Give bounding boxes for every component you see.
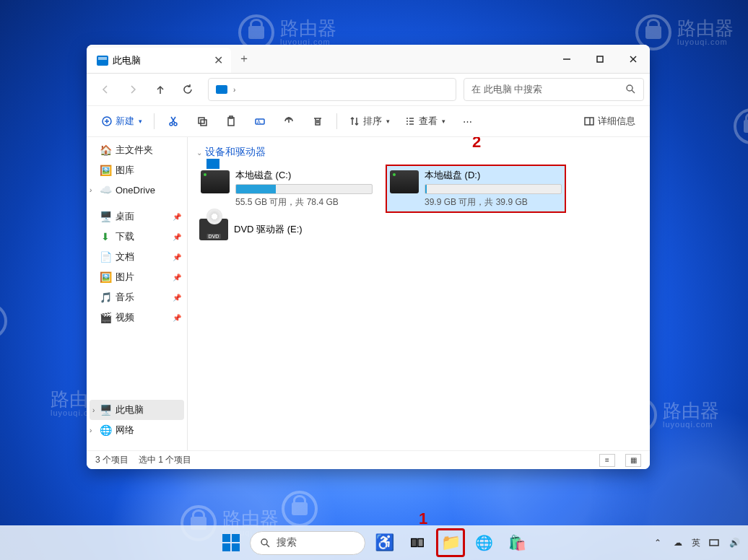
tab-title: 此电脑 bbox=[113, 54, 206, 67]
sidebar-videos[interactable]: 🎬视频📌 bbox=[87, 307, 187, 328]
sidebar-pictures[interactable]: 🖼️图片📌 bbox=[87, 267, 187, 287]
start-button[interactable] bbox=[217, 528, 245, 557]
status-selected-count: 选中 1 个项目 bbox=[139, 454, 191, 466]
drive-c[interactable]: 本地磁盘 (C:) 55.5 GB 可用，共 78.4 GB bbox=[196, 165, 377, 213]
accessibility-icon[interactable]: ♿ bbox=[370, 528, 399, 557]
delete-button[interactable] bbox=[305, 110, 331, 133]
sort-button[interactable]: 排序▾ bbox=[343, 110, 396, 133]
sidebar-gallery[interactable]: 🖼️图库 bbox=[87, 160, 187, 180]
dvd-icon bbox=[199, 219, 228, 240]
sidebar-this-pc[interactable]: ›🖥️此电脑 bbox=[90, 400, 184, 420]
this-pc-icon: 🖥️ bbox=[100, 404, 111, 416]
pictures-icon: 🖼️ bbox=[100, 271, 111, 283]
tray-chevron-icon[interactable]: ⌃ bbox=[651, 536, 664, 549]
new-tab-button[interactable]: ＋ bbox=[231, 45, 257, 73]
statusbar: 3 个项目 选中 1 个项目 ≡ ▦ bbox=[87, 450, 650, 469]
drive-d-usage-bar bbox=[425, 184, 562, 194]
back-button[interactable] bbox=[92, 76, 118, 102]
svg-line-6 bbox=[632, 90, 635, 93]
desktop-icon: 🖥️ bbox=[100, 211, 111, 222]
file-explorer-taskbar-button[interactable]: 📁 bbox=[436, 528, 465, 557]
taskbar: 1 搜索 ♿ 📁 🌐 🛍️ ⌃ ☁ 英 🔊 bbox=[0, 525, 748, 560]
documents-icon: 📄 bbox=[100, 251, 111, 263]
drive-d-name: 本地磁盘 (D:) bbox=[425, 169, 562, 182]
ime-indicator[interactable]: 英 bbox=[692, 537, 700, 549]
home-icon: 🏠 bbox=[100, 144, 111, 156]
view-button[interactable]: 查看▾ bbox=[399, 110, 451, 133]
share-button[interactable] bbox=[276, 110, 302, 133]
svg-rect-15 bbox=[201, 120, 206, 126]
taskbar-search[interactable]: 搜索 bbox=[250, 531, 365, 555]
sidebar-onedrive[interactable]: ›☁️OneDrive bbox=[87, 180, 187, 199]
sidebar-downloads[interactable]: ⬇下载📌 bbox=[87, 227, 187, 247]
more-button[interactable]: ⋯ bbox=[454, 110, 480, 133]
svg-point-10 bbox=[170, 123, 173, 126]
edge-taskbar-button[interactable]: 🌐 bbox=[469, 528, 498, 557]
music-icon: 🎵 bbox=[100, 292, 111, 303]
file-explorer-window: 此电脑 ✕ ＋ › 在 此电脑 中搜索 新建▾ A bbox=[87, 45, 650, 469]
details-pane-button[interactable]: 详细信息 bbox=[578, 110, 641, 133]
paste-button[interactable] bbox=[218, 110, 244, 133]
pin-icon: 📌 bbox=[173, 213, 181, 221]
svg-line-34 bbox=[266, 544, 269, 547]
cut-button[interactable] bbox=[160, 110, 186, 133]
svg-rect-37 bbox=[710, 540, 718, 546]
drive-icon bbox=[390, 170, 419, 193]
drive-icon bbox=[201, 170, 230, 193]
network-tray-icon[interactable] bbox=[708, 536, 721, 549]
svg-point-11 bbox=[174, 123, 177, 126]
refresh-button[interactable] bbox=[175, 76, 201, 102]
svg-rect-35 bbox=[412, 539, 417, 547]
status-item-count: 3 个项目 bbox=[95, 454, 129, 466]
drive-dvd[interactable]: DVD 驱动器 (E:) bbox=[196, 213, 377, 246]
sidebar-home[interactable]: 🏠主文件夹 bbox=[87, 140, 187, 160]
svg-rect-1 bbox=[597, 56, 603, 62]
this-pc-icon bbox=[97, 56, 108, 66]
drive-c-usage-bar bbox=[235, 184, 373, 194]
drive-c-name: 本地磁盘 (C:) bbox=[235, 169, 373, 182]
sidebar-desktop[interactable]: 🖥️桌面📌 bbox=[87, 206, 187, 227]
chevron-down-icon: ⌄ bbox=[196, 149, 202, 157]
new-button[interactable]: 新建▾ bbox=[95, 110, 148, 133]
drive-d[interactable]: 本地磁盘 (D:) 39.9 GB 可用，共 39.9 GB bbox=[386, 165, 566, 213]
copy-button[interactable] bbox=[189, 110, 215, 133]
up-button[interactable] bbox=[147, 76, 173, 102]
chevron-right-icon: › bbox=[233, 86, 235, 94]
address-bar[interactable]: › bbox=[208, 78, 456, 101]
annotation-2: 2 bbox=[472, 137, 481, 152]
section-devices[interactable]: ⌄设备和驱动器 bbox=[196, 143, 641, 165]
tab-this-pc[interactable]: 此电脑 ✕ bbox=[87, 48, 231, 73]
titlebar[interactable]: 此电脑 ✕ ＋ bbox=[87, 45, 650, 74]
search-input[interactable]: 在 此电脑 中搜索 bbox=[464, 78, 644, 101]
forward-button[interactable] bbox=[120, 76, 146, 102]
onedrive-tray-icon[interactable]: ☁ bbox=[671, 536, 684, 549]
svg-point-33 bbox=[261, 539, 267, 545]
task-view-button[interactable] bbox=[403, 528, 432, 557]
content-area[interactable]: ⌄设备和驱动器 2 本地磁盘 (C:) 55.5 GB 可用，共 78.4 GB… bbox=[188, 137, 650, 450]
sidebar-music[interactable]: 🎵音乐📌 bbox=[87, 287, 187, 307]
onedrive-icon: ☁️ bbox=[100, 184, 111, 196]
close-tab-button[interactable]: ✕ bbox=[211, 53, 225, 68]
store-taskbar-button[interactable]: 🛍️ bbox=[503, 528, 531, 557]
annotation-1: 1 bbox=[419, 509, 427, 528]
navbar: › 在 此电脑 中搜索 bbox=[87, 74, 650, 105]
icons-view-button[interactable]: ▦ bbox=[625, 454, 641, 467]
navigation-pane: 🏠主文件夹 🖼️图库 ›☁️OneDrive 🖥️桌面📌 ⬇下载📌 📄文档📌 🖼… bbox=[87, 137, 188, 450]
details-view-button[interactable]: ≡ bbox=[599, 454, 615, 467]
drive-c-status: 55.5 GB 可用，共 78.4 GB bbox=[235, 196, 373, 209]
svg-rect-36 bbox=[418, 539, 423, 547]
volume-tray-icon[interactable]: 🔊 bbox=[728, 536, 741, 549]
maximize-button[interactable] bbox=[583, 45, 617, 73]
svg-text:A: A bbox=[257, 119, 261, 124]
search-placeholder: 在 此电脑 中搜索 bbox=[471, 83, 542, 96]
this-pc-icon bbox=[216, 85, 227, 94]
network-icon: 🌐 bbox=[100, 424, 111, 436]
close-button[interactable] bbox=[617, 45, 650, 73]
minimize-button[interactable] bbox=[550, 45, 583, 73]
gallery-icon: 🖼️ bbox=[100, 165, 111, 176]
search-icon bbox=[625, 83, 636, 97]
sidebar-network[interactable]: ›🌐网络 bbox=[87, 420, 187, 440]
sidebar-documents[interactable]: 📄文档📌 bbox=[87, 247, 187, 267]
dvd-name: DVD 驱动器 (E:) bbox=[234, 223, 303, 236]
rename-button[interactable]: A bbox=[247, 110, 273, 133]
